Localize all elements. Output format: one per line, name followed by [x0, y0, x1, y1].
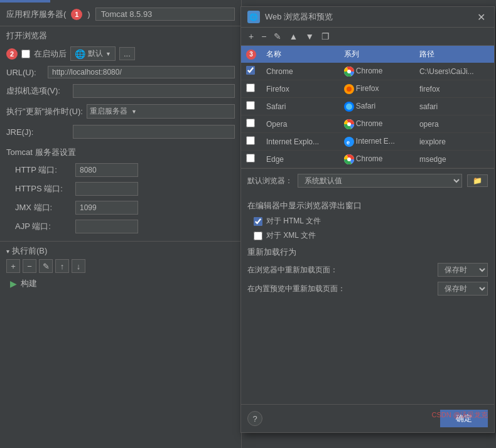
- default-browser-section: 默认浏览器： 系统默认值 📁: [241, 168, 494, 196]
- green-arrow-icon: ▶: [10, 279, 17, 289]
- browser-path: msedge: [414, 151, 494, 168]
- reload-preview-select[interactable]: 保存时: [438, 282, 488, 296]
- watermark: CSDN @汤采龙克: [432, 410, 488, 420]
- main-container: 应用程序服务器( 1 ) Tomcat 8.5.93 打开浏览器 2 在启动后 …: [0, 0, 496, 448]
- browser-name: Edge: [261, 151, 339, 168]
- html-checkbox[interactable]: [254, 217, 262, 226]
- help-button[interactable]: ?: [247, 411, 262, 426]
- startup-checkbox[interactable]: [21, 50, 30, 58]
- vm-label: 虚拟机选项(V):: [6, 85, 69, 97]
- reload-preview-row: 在内置预览中重新加载页面： 保存时: [241, 279, 494, 298]
- exec-edit-btn[interactable]: ✎: [39, 259, 53, 273]
- dialog-edit-btn[interactable]: ✎: [271, 30, 284, 43]
- browser-path: firefox: [414, 80, 494, 98]
- exec-before-label[interactable]: ▾ 执行前(B): [6, 245, 235, 257]
- browser-series: Firefox: [339, 80, 414, 98]
- table-row[interactable]: FirefoxFirefoxfirefox: [241, 80, 494, 98]
- chrome-icon: [344, 119, 356, 128]
- reload-page-select[interactable]: 保存时: [438, 263, 488, 277]
- col-check: 3: [241, 46, 261, 63]
- svg-point-7: [347, 122, 351, 126]
- dialog-up-btn[interactable]: ▲: [286, 30, 300, 43]
- col-series: 系列: [339, 46, 414, 63]
- tomcat-settings-title: Tomcat 服务器设置: [0, 142, 241, 161]
- default-browser-select[interactable]: 系统默认值: [298, 174, 462, 188]
- exec-before-section: ▾ 执行前(B) + − ✎ ↑ ↓ ▶ 构建: [0, 241, 241, 296]
- exec-update-dropdown[interactable]: 重启服务器 ▼: [87, 104, 235, 119]
- ajp-port-input[interactable]: [75, 220, 138, 233]
- default-browse-btn[interactable]: 📁: [467, 174, 488, 187]
- http-port-input[interactable]: [75, 163, 138, 177]
- startup-label: 在启动后: [34, 48, 67, 60]
- html-check-label: 对于 HTML 文件: [266, 216, 321, 227]
- browser-path: C:\Users\CaiJi...: [414, 63, 494, 80]
- exec-update-row: 执行"更新"操作时(U): 重启服务器 ▼: [0, 101, 241, 122]
- default-browser-label: 默认浏览器：: [247, 176, 293, 186]
- dialog-down-btn[interactable]: ▼: [303, 30, 316, 43]
- server-value: Tomcat 8.5.93: [95, 8, 235, 21]
- exec-down-btn[interactable]: ↓: [72, 259, 85, 273]
- server-label: 应用程序服务器(: [6, 9, 66, 20]
- open-browser-label: 打开浏览器: [0, 26, 241, 44]
- jmx-port-row: JMX 端口:: [0, 198, 241, 217]
- browser-series: Chrome: [339, 151, 414, 168]
- server-row: 应用程序服务器( 1 ) Tomcat 8.5.93: [0, 3, 241, 26]
- dialog-remove-btn[interactable]: −: [259, 30, 269, 43]
- dialog-copy-btn[interactable]: ❐: [319, 30, 332, 43]
- svg-point-1: [347, 70, 351, 73]
- default-dropdown[interactable]: 🌐 默认 ▼: [70, 46, 116, 61]
- browser-name: Chrome: [261, 63, 339, 80]
- startup-row: 2 在启动后 🌐 默认 ▼ ...: [0, 44, 241, 63]
- browser-checkbox[interactable]: [246, 136, 255, 145]
- table-row[interactable]: EdgeChromemsedge: [241, 151, 494, 168]
- build-label: 构建: [21, 278, 37, 289]
- browser-series: Safari: [339, 98, 414, 115]
- dialog-options-content: 默认浏览器： 系统默认值 📁 在编辑器中显示浏览器弹出窗口 对于 HTML 文件…: [241, 168, 494, 404]
- browser-name: Opera: [261, 115, 339, 133]
- jmx-port-input[interactable]: [75, 201, 138, 215]
- browser-checkbox[interactable]: [246, 83, 255, 92]
- dots-button[interactable]: ...: [119, 47, 135, 60]
- xml-checkbox[interactable]: [254, 232, 262, 240]
- https-port-input[interactable]: [75, 182, 138, 196]
- http-port-row: HTTP 端口:: [0, 161, 241, 179]
- table-row[interactable]: Internet Explo...eInternet E...iexplore: [241, 133, 494, 151]
- browser-checkbox[interactable]: [246, 66, 255, 75]
- table-row[interactable]: SafariSafarisafari: [241, 98, 494, 115]
- jre-row: JRE(J):: [0, 122, 241, 142]
- table-row[interactable]: ChromeChromeC:\Users\CaiJi...: [241, 63, 494, 80]
- safari-icon: [344, 102, 356, 110]
- browser-table-wrapper: 3 名称 系列 路径 ChromeChromeC:\Users\CaiJi...…: [241, 46, 494, 168]
- dialog-add-btn[interactable]: +: [246, 30, 256, 43]
- xml-check-label: 对于 XML 文件: [266, 230, 316, 241]
- col-name: 名称: [261, 46, 339, 63]
- col-path: 路径: [414, 46, 494, 63]
- left-panel: 应用程序服务器( 1 ) Tomcat 8.5.93 打开浏览器 2 在启动后 …: [0, 0, 242, 448]
- dialog-title-text: Web 浏览器和预览: [265, 11, 470, 23]
- dialog-close-btn[interactable]: ✕: [475, 11, 488, 23]
- html-file-row: 对于 HTML 文件: [241, 214, 494, 228]
- https-port-label: HTTPS 端口:: [15, 183, 72, 195]
- chrome-icon: [344, 67, 356, 75]
- dialog-toolbar: + − ✎ ▲ ▼ ❐: [241, 28, 494, 46]
- exec-toolbar: + − ✎ ↑ ↓: [6, 257, 235, 275]
- svg-point-3: [347, 87, 352, 92]
- browser-checkbox[interactable]: [246, 119, 255, 127]
- jmx-port-label: JMX 端口:: [15, 202, 72, 213]
- dialog-icon: 🌐: [247, 11, 260, 23]
- exec-add-btn[interactable]: +: [6, 259, 20, 273]
- exec-up-btn[interactable]: ↑: [55, 259, 69, 273]
- exec-remove-btn[interactable]: −: [23, 259, 36, 273]
- reload-page-row: 在浏览器中重新加载页面： 保存时: [241, 260, 494, 279]
- exec-update-label: 执行"更新"操作时(U):: [6, 106, 83, 117]
- browser-list: ChromeChromeC:\Users\CaiJi...FirefoxFire…: [241, 63, 494, 168]
- browser-checkbox[interactable]: [246, 101, 255, 110]
- jre-input[interactable]: [73, 125, 235, 139]
- table-row[interactable]: OperaChromeopera: [241, 115, 494, 133]
- url-input[interactable]: [48, 66, 235, 78]
- browser-checkbox[interactable]: [246, 154, 255, 163]
- vm-options-row: 虚拟机选项(V):: [0, 81, 241, 101]
- vm-input[interactable]: [73, 84, 235, 98]
- reload-label: 重新加载行为: [241, 243, 494, 260]
- browser-series: Chrome: [339, 63, 414, 80]
